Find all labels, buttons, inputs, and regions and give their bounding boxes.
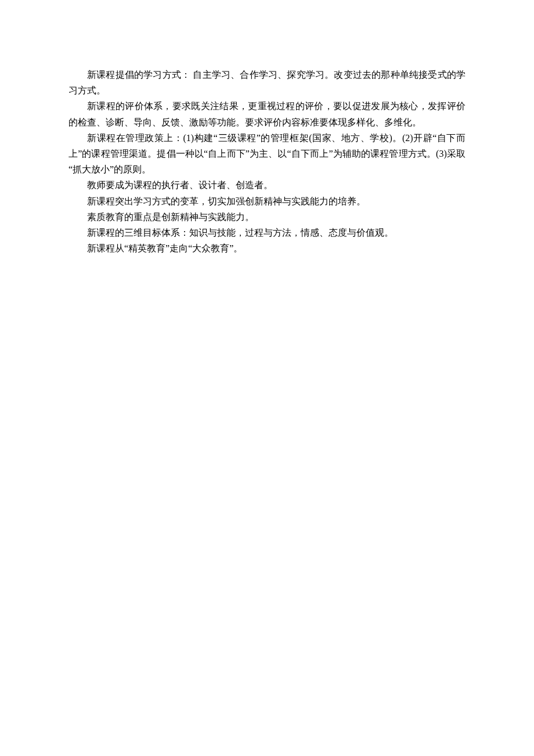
paragraph-6: 素质教育的重点是创新精神与实践能力。: [68, 209, 466, 225]
paragraph-7: 新课程的三维目标体系：知识与技能，过程与方法，情感、态度与价值观。: [68, 225, 466, 240]
paragraph-1: 新课程提倡的学习方式： 自主学习、合作学习、探究学习。改变过去的那种单纯接受式的…: [68, 67, 466, 98]
paragraph-8: 新课程从“精英教育”走向“大众教育”。: [68, 240, 466, 256]
paragraph-3: 新课程在管理政策上：(1)构建“三级课程”的管理框架(国家、地方、学校)。(2)…: [68, 130, 466, 178]
paragraph-5: 新课程突出学习方式的变革，切实加强创新精神与实践能力的培养。: [68, 193, 466, 209]
document-body: 新课程提倡的学习方式： 自主学习、合作学习、探究学习。改变过去的那种单纯接受式的…: [68, 67, 466, 256]
paragraph-2: 新课程的评价体系，要求既关注结果，更重视过程的评价，要以促进发展为核心，发挥评价…: [68, 98, 466, 129]
paragraph-4: 教师要成为课程的执行者、设计者、创造者。: [68, 177, 466, 193]
